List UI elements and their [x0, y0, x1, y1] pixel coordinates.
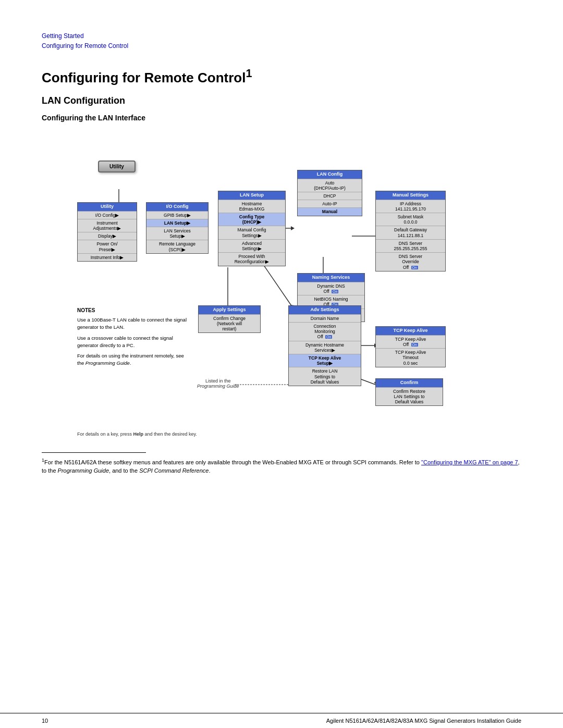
ns-dynamic-dns: Dynamic DNSOff On: [298, 282, 364, 295]
confirm-restore: Confirm RestoreLAN Settings toDefault Va…: [376, 387, 443, 406]
manual-settings-title: Manual Settings: [376, 191, 445, 200]
io-remote-lang: Remote Language(SCPI)▶: [146, 240, 208, 253]
notes-title: NOTES: [77, 306, 192, 314]
breadcrumb: Getting Started Configuring for Remote C…: [42, 31, 521, 51]
lan-config-type: Config Type(DHCP)▶: [218, 213, 285, 226]
page-title-text: Configuring for Remote Control: [42, 70, 246, 85]
utility-power-on: Power On/Preset▶: [78, 240, 137, 253]
tcp-ka-title: TCP Keep Alive: [376, 327, 445, 335]
adv-settings-menu-box: Adv Settings Domain Name ConnectionMonit…: [288, 305, 361, 386]
lan-proceed: Proceed WithReconfiguration▶: [218, 252, 285, 265]
utility-button[interactable]: Utility: [98, 161, 136, 172]
lan-config-title: LAN Config: [298, 170, 362, 179]
adv-settings-title: Adv Settings: [289, 306, 361, 314]
utility-io-config: I/O Config▶: [78, 211, 137, 219]
note-2: Use a crossover cable to connect the sig…: [77, 335, 192, 350]
lan-setup-menu-box: LAN Setup HostnameEdmas-MXG Config Type(…: [218, 191, 286, 266]
ms-dns-server: DNS Server255.255.255.255: [376, 239, 445, 252]
ms-default-gw: Default Gateway141.121.88.1: [376, 226, 445, 239]
utility-instrument-info: Instrument Info▶: [78, 253, 137, 261]
lan-dhcp: DHCP: [298, 192, 362, 200]
footnote-separator: [42, 452, 146, 453]
note-3: For details on using the instrument remo…: [77, 352, 192, 367]
naming-services-title: Naming Services: [298, 274, 364, 282]
tcp-ka-toggle: TCP Keep AliveOff On: [376, 335, 445, 349]
adv-dynamic-hostname: Dynamic HostnameServices▶: [289, 341, 361, 354]
page-title: Configuring for Remote Control1: [42, 67, 521, 86]
footer-bar: 10 Agilent N5161A/62A/81A/82A/83A MXG Si…: [0, 713, 563, 728]
ms-dns-override: DNS ServerOverrideOff On: [376, 252, 445, 271]
breadcrumb-link-1[interactable]: Getting Started: [42, 32, 84, 40]
confirm-title: Confirm: [376, 379, 443, 387]
notes-section: NOTES Use a 100Base-T LAN cable to conne…: [77, 306, 192, 371]
tcp-ka-timeout: TCP Keep AliveTimeout0.0 sec: [376, 348, 445, 367]
diagram-area: Utility Utility I/O Config▶ InstrumentAd…: [42, 129, 521, 442]
utility-menu-box: Utility I/O Config▶ InstrumentAdjustment…: [77, 202, 137, 262]
adv-connection-monitor: ConnectionMonitoringOff On: [289, 322, 361, 341]
utility-btn-label: Utility: [109, 164, 124, 169]
svg-marker-7: [291, 226, 295, 230]
lan-config-menu-box: LAN Config Auto(DHCP/Auto-IP) DHCP Auto-…: [297, 170, 362, 216]
io-config-menu-box: I/O Config GPIB Setup▶ LAN Setup▶ LAN Se…: [146, 202, 209, 254]
lan-auto-ip: Auto-IP: [298, 200, 362, 207]
note-1: Use a 100Base-T LAN cable to connect the…: [77, 316, 192, 331]
adv-domain-name: Domain Name: [289, 314, 361, 322]
footer-page-num: 10: [42, 718, 48, 724]
apply-settings-menu-box: Apply Settings Confirm Change(Network wi…: [198, 305, 261, 333]
lan-hostname: HostnameEdmas-MXG: [218, 200, 285, 213]
utility-instrument-adj: InstrumentAdjustments▶: [78, 219, 137, 232]
footnote-text: 1For the N5161A/62A these softkey menus …: [42, 457, 521, 475]
footer-product: Agilent N5161A/62A/81A/82A/83A MXG Signa…: [326, 718, 521, 724]
apply-confirm: Confirm Change(Network willrestart): [199, 314, 260, 333]
io-gpib-setup: GPIB Setup▶: [146, 211, 208, 219]
lan-setup-title: LAN Setup: [218, 191, 285, 200]
io-lan-setup: LAN Setup▶: [146, 219, 208, 227]
footnote-link[interactable]: "Configuring the MXG ATE" on page 7: [421, 459, 518, 465]
diagram-arrows: [42, 129, 521, 442]
apply-settings-title: Apply Settings: [199, 306, 260, 314]
io-config-menu-title: I/O Config: [146, 203, 208, 211]
ms-ip-address: IP Address141.121.95.170: [376, 200, 445, 213]
utility-menu-title: Utility: [78, 203, 137, 211]
sub-heading: Configuring the LAN Interface: [42, 114, 521, 122]
io-lan-services: LAN ServicesSetup▶: [146, 227, 208, 240]
tcp-keep-alive-menu-box: TCP Keep Alive TCP Keep AliveOff On TCP …: [375, 326, 446, 367]
ms-subnet-mask: Subnet Mask0.0.0.0: [376, 213, 445, 226]
breadcrumb-link-2[interactable]: Configuring for Remote Control: [42, 42, 128, 50]
lan-auto: Auto(DHCP/Auto-IP): [298, 179, 362, 192]
diagram-bottom-note: For details on a key, press Help and the…: [77, 431, 197, 437]
lan-manual-config: Manual ConfigSettings▶: [218, 226, 285, 239]
manual-settings-menu-box: Manual Settings IP Address141.121.95.170…: [375, 191, 446, 272]
adv-restore-lan: Restore LANSettings toDefault Values: [289, 367, 361, 386]
section-heading: LAN Configuration: [42, 95, 521, 106]
listed-note: Listed in theProgramming Guide: [197, 378, 239, 389]
lan-advanced: AdvancedSettings▶: [218, 239, 285, 252]
utility-display: Display▶: [78, 232, 137, 240]
confirm-menu-box: Confirm Confirm RestoreLAN Settings toDe…: [375, 378, 443, 406]
page-title-superscript: 1: [246, 67, 252, 80]
lan-manual: Manual: [298, 207, 362, 215]
adv-tcp-keep-alive: TCP Keep AliveSetup▶: [289, 354, 361, 367]
